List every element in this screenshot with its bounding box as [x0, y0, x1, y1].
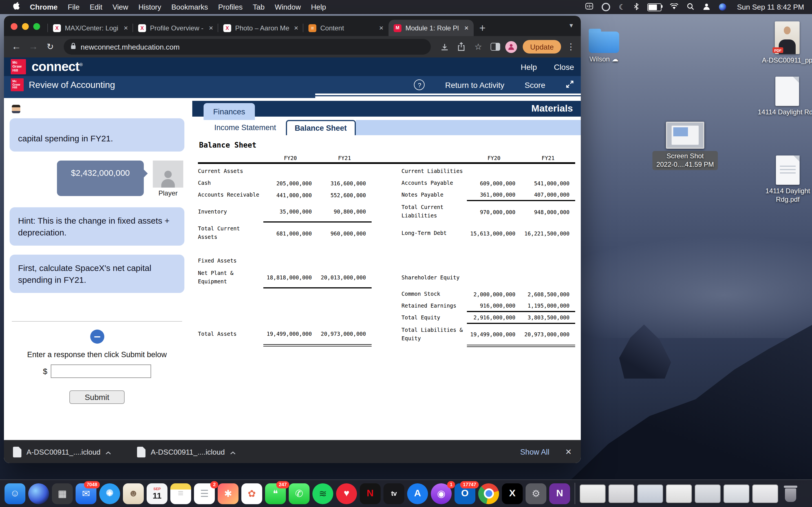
help-link[interactable]: Help — [521, 62, 537, 71]
forward-button[interactable]: → — [27, 41, 40, 52]
score-link[interactable]: Score — [525, 80, 545, 89]
dock-app-icon[interactable]: O 17747 — [455, 483, 475, 504]
response-input[interactable] — [51, 365, 151, 378]
wifi-icon[interactable] — [670, 3, 678, 11]
profile-avatar[interactable] — [505, 41, 517, 53]
dock-app-icon[interactable]: ✿ — [241, 483, 262, 504]
new-tab-button[interactable]: + — [479, 20, 486, 36]
menu-bar-clock[interactable]: Sun Sep 11 8:42 PM — [737, 3, 804, 11]
voice-control-icon[interactable] — [586, 3, 594, 11]
help-circle-icon[interactable]: ? — [414, 79, 425, 90]
minimized-window-thumbnail[interactable] — [580, 484, 606, 503]
menu-item-view[interactable]: View — [107, 0, 133, 14]
tab-close-icon[interactable]: × — [379, 24, 384, 32]
tab-close-icon[interactable]: × — [124, 24, 128, 32]
desktop-icon-daylight-rdg[interactable]: 14114 Daylight Rdg — [757, 76, 812, 117]
desktop-icon-wilson-folder[interactable]: Wilson ☁ — [581, 32, 627, 64]
dock-app-icon[interactable]: ☻ — [123, 483, 144, 504]
spotlight-search-icon[interactable] — [687, 3, 694, 11]
show-all-downloads-link[interactable]: Show All — [520, 448, 550, 456]
download-item[interactable]: A-DSC00911_....icloud — [137, 446, 236, 457]
dock-app-icon[interactable]: ◉ 1 — [431, 483, 452, 504]
dock-app-icon[interactable]: ≋ — [312, 483, 333, 504]
back-button[interactable]: ← — [10, 41, 23, 52]
desktop-icon-daylight-pdf[interactable]: 14114 Daylight Rdg.pdf — [762, 156, 812, 204]
tab-income-statement[interactable]: Income Statement — [207, 120, 283, 135]
menu-item-profiles[interactable]: Profiles — [213, 0, 248, 14]
desktop-icon-screenshot[interactable]: Screen Shot 2022-0....41.59 PM — [649, 122, 722, 170]
dock-app-icon[interactable]: ≡ — [170, 483, 191, 504]
download-item[interactable]: A-DSC00911_....icloud — [13, 446, 111, 457]
dock-app-icon[interactable]: N — [549, 483, 570, 504]
browser-tab[interactable]: M Module 1: Role Pl × — [389, 20, 474, 36]
minimize-window-button[interactable] — [22, 23, 29, 30]
share-icon[interactable] — [455, 42, 468, 51]
zoom-window-button[interactable] — [33, 23, 40, 30]
dock-app-icon[interactable]: ✆ — [289, 483, 310, 504]
minimized-window-thumbnail[interactable] — [666, 484, 692, 503]
menu-item-tab[interactable]: Tab — [248, 0, 270, 14]
dock-app-icon[interactable] — [478, 483, 499, 504]
tab-finances[interactable]: Finances — [204, 103, 255, 120]
fullscreen-expand-icon[interactable] — [566, 80, 574, 90]
menu-item-help[interactable]: Help — [306, 0, 331, 14]
dock-app-icon[interactable]: ✦ — [99, 483, 120, 504]
dock-app-icon[interactable] — [28, 483, 49, 504]
dock-app-icon[interactable]: ✉ 7048 — [75, 483, 96, 504]
dock-app-icon[interactable]: ⚙ — [525, 483, 546, 504]
close-link[interactable]: Close — [554, 62, 574, 71]
minimized-window-thumbnail[interactable] — [637, 484, 663, 503]
siri-icon[interactable] — [719, 3, 726, 11]
dock-app-icon[interactable]: ❝ 247 — [265, 483, 286, 504]
menu-item-file[interactable]: File — [63, 0, 85, 14]
dock-app-icon[interactable]: A — [407, 483, 428, 504]
minimized-window-thumbnail[interactable] — [695, 484, 721, 503]
dock-app-icon[interactable]: X — [502, 483, 523, 504]
dock-app-icon[interactable]: ♥ — [336, 483, 357, 504]
tab-search-chevron-icon[interactable]: ▾ — [569, 21, 573, 29]
bookmark-star-icon[interactable]: ☆ — [471, 42, 485, 52]
dock-app-icon[interactable]: tv — [384, 483, 404, 504]
download-chevron-icon[interactable] — [106, 447, 111, 457]
dock-app-icon[interactable]: SEP 11 — [147, 483, 167, 504]
tab-close-icon[interactable]: × — [209, 24, 213, 32]
menu-item-app-name[interactable]: Chrome — [25, 0, 63, 14]
dock-app-icon[interactable]: N — [360, 483, 380, 504]
dock-app-icon[interactable]: ✱ — [218, 483, 239, 504]
dock-app-icon[interactable]: ☺ — [4, 483, 26, 504]
menu-item-bookmarks[interactable]: Bookmarks — [166, 0, 213, 14]
chrome-update-button[interactable]: Update — [523, 40, 561, 54]
bluetooth-icon[interactable] — [634, 3, 639, 11]
trash-icon[interactable] — [784, 485, 797, 502]
battery-icon[interactable] — [647, 3, 661, 11]
tab-close-icon[interactable]: × — [464, 24, 469, 32]
menu-item-window[interactable]: Window — [270, 0, 306, 14]
apple-menu-icon[interactable] — [8, 0, 25, 14]
download-icon[interactable] — [438, 43, 451, 51]
minimized-window-thumbnail[interactable] — [752, 484, 778, 503]
return-to-activity-link[interactable]: Return to Activity — [445, 80, 504, 89]
desktop-icon-photo[interactable]: PDF A-DSC00911_pp — [761, 21, 812, 65]
close-downloads-bar-icon[interactable]: ✕ — [565, 447, 572, 456]
sidebar-toggle-icon[interactable] — [488, 43, 502, 51]
browser-tab[interactable]: ≡ Content × — [303, 20, 389, 36]
user-switcher-icon[interactable] — [703, 3, 711, 11]
close-window-button[interactable] — [11, 23, 17, 30]
dock-app-icon[interactable]: ☰ 2 — [194, 483, 215, 504]
minimized-window-thumbnail[interactable] — [608, 484, 635, 503]
collapse-minus-button[interactable] — [90, 330, 104, 344]
app-status-ring-icon[interactable] — [602, 3, 610, 11]
browser-tab[interactable]: X MAX/Center: Logi × — [48, 20, 133, 36]
menu-item-history[interactable]: History — [133, 0, 166, 14]
browser-tab[interactable]: X Photo – Aaron Me × — [218, 20, 303, 36]
browser-menu-icon[interactable]: ⋮ — [567, 42, 575, 52]
minimized-window-thumbnail[interactable] — [723, 484, 749, 503]
submit-button[interactable]: Submit — [69, 391, 124, 404]
dock-app-icon[interactable]: ▦ — [52, 483, 73, 504]
address-bar[interactable]: newconnect.mheducation.com — [64, 39, 431, 55]
do-not-disturb-moon-icon[interactable]: ☾ — [619, 3, 625, 11]
tab-balance-sheet[interactable]: Balance Sheet — [286, 120, 356, 135]
download-chevron-icon[interactable] — [230, 447, 236, 457]
browser-tab[interactable]: X Profile Overview - × — [133, 20, 218, 36]
menu-item-edit[interactable]: Edit — [85, 0, 107, 14]
